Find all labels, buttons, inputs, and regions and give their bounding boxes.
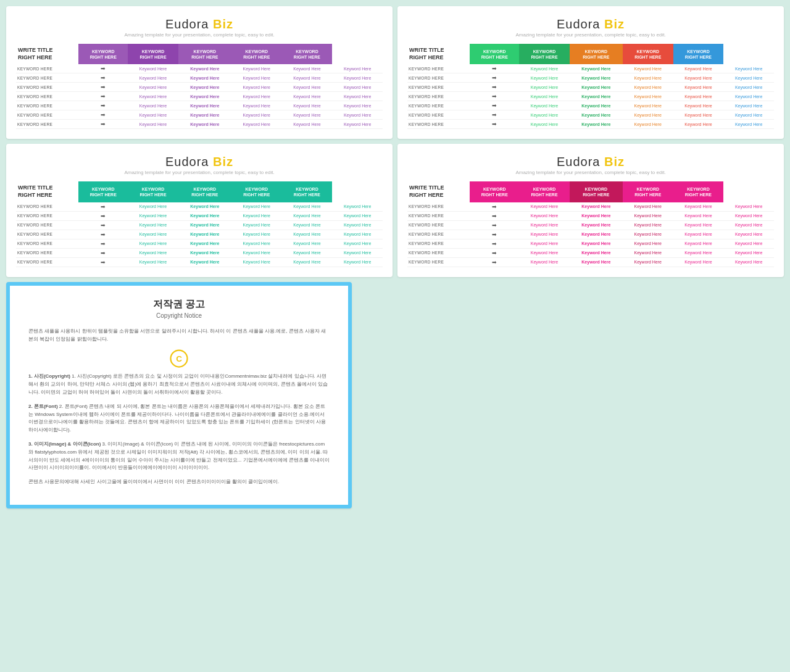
data-cell: Keyword Here <box>519 83 570 92</box>
table-row: KEYWORD HERE➡Keyword HereKeyword HereKey… <box>16 120 383 129</box>
data-cell: Keyword Here <box>282 73 333 83</box>
row-label: KEYWORD HERE <box>407 211 470 220</box>
data-cell: Keyword Here <box>128 101 178 110</box>
data-cell: Keyword Here <box>282 239 333 248</box>
data-cell: Keyword Here <box>623 83 673 92</box>
table-row: KEYWORD HERE➡Keyword HereKeyword HereKey… <box>407 101 774 110</box>
data-cell: Keyword Here <box>332 120 383 129</box>
table-row: KEYWORD HERE➡Keyword HereKeyword HereKey… <box>16 92 383 101</box>
data-cell: Keyword Here <box>332 83 383 92</box>
data-cell: Keyword Here <box>178 120 231 129</box>
data-cell: Keyword Here <box>128 120 178 129</box>
slide-4: Eudora Biz Amazing template for your pre… <box>397 144 784 276</box>
data-cell: Keyword Here <box>332 248 383 257</box>
col-header-2-2: KEYWORDRIGHT HERE <box>519 44 570 64</box>
table-row: KEYWORD HERE➡Keyword HereKeyword HereKey… <box>407 64 774 73</box>
arrow-icon: ➡ <box>78 83 128 92</box>
table-row: KEYWORD HERE➡Keyword HereKeyword HereKey… <box>16 83 383 92</box>
write-title-1: WRITE TITLERIGHT HERE <box>16 44 78 64</box>
data-cell: Keyword Here <box>231 220 282 230</box>
arrow-icon: ➡ <box>470 220 519 230</box>
data-cell: Keyword Here <box>519 64 570 73</box>
row-label: KEYWORD HERE <box>407 101 470 110</box>
arrow-icon: ➡ <box>470 110 519 120</box>
data-cell: Keyword Here <box>128 248 178 257</box>
data-cell: Keyword Here <box>673 110 724 120</box>
col-header-4-5: KEYWORDRIGHT HERE <box>673 181 724 202</box>
data-cell: Keyword Here <box>623 64 673 73</box>
copyright-slide: 저작권 공고 Copyright Notice 콘텐츠 새플을 사용하시 한뒤이… <box>6 282 352 508</box>
data-cell: Keyword Here <box>128 83 178 92</box>
arrow-icon: ➡ <box>470 257 519 267</box>
data-cell: Keyword Here <box>282 230 333 239</box>
data-cell: Keyword Here <box>231 230 282 239</box>
data-cell: Keyword Here <box>519 92 570 101</box>
arrow-icon: ➡ <box>470 92 519 101</box>
data-cell: Keyword Here <box>623 110 673 120</box>
col-header-3-3: KEYWORDRIGHT HERE <box>178 181 231 202</box>
arrow-icon: ➡ <box>78 92 128 101</box>
arrow-icon: ➡ <box>470 83 519 92</box>
copyright-footer: 콘텐츠 사용문의에대해 사세인 사이고을에 올이여이에서 사면이이 이이 콘텐츠… <box>28 478 330 486</box>
slide-3-table: WRITE TITLERIGHT HERE KEYWORDRIGHT HERE … <box>16 181 383 267</box>
arrow-icon: ➡ <box>78 248 128 257</box>
copyright-p1: 1. 사진(Copyright) 1. 사진(Copyright) 로든 콘텐츠… <box>28 373 330 396</box>
data-cell: Keyword Here <box>519 202 570 212</box>
data-cell: Keyword Here <box>128 211 178 220</box>
row-label: KEYWORD HERE <box>16 220 78 230</box>
col-header-3-4: KEYWORDRIGHT HERE <box>231 181 282 202</box>
table-row: KEYWORD HERE➡Keyword HereKeyword HereKey… <box>16 202 383 212</box>
data-cell: Keyword Here <box>623 211 673 220</box>
data-cell: Keyword Here <box>231 120 282 129</box>
data-cell: Keyword Here <box>231 110 282 120</box>
data-cell: Keyword Here <box>178 230 231 239</box>
col-header-4-4: KEYWORDRIGHT HERE <box>623 181 673 202</box>
brand-title-3: Eudora Biz <box>16 155 383 169</box>
arrow-icon: ➡ <box>470 101 519 110</box>
row-label: KEYWORD HERE <box>407 248 470 257</box>
table-row: KEYWORD HERE➡Keyword HereKeyword HereKey… <box>16 248 383 257</box>
row-label: KEYWORD HERE <box>407 73 470 83</box>
data-cell: Keyword Here <box>231 92 282 101</box>
arrow-icon: ➡ <box>78 230 128 239</box>
data-cell: Keyword Here <box>332 101 383 110</box>
data-cell: Keyword Here <box>282 83 333 92</box>
arrow-icon: ➡ <box>78 239 128 248</box>
data-cell: Keyword Here <box>128 73 178 83</box>
copyright-icon: C <box>170 349 188 368</box>
brand-title-1: Eudora Biz <box>16 17 383 31</box>
tagline-1: Amazing template for your presentation, … <box>16 32 383 38</box>
table-row: KEYWORD HERE➡Keyword HereKeyword HereKey… <box>407 211 774 220</box>
row-label: KEYWORD HERE <box>407 110 470 120</box>
data-cell: Keyword Here <box>570 248 623 257</box>
data-cell: Keyword Here <box>723 64 774 73</box>
data-cell: Keyword Here <box>623 257 673 267</box>
data-cell: Keyword Here <box>282 110 333 120</box>
data-cell: Keyword Here <box>231 248 282 257</box>
data-cell: Keyword Here <box>231 64 282 73</box>
data-cell: Keyword Here <box>178 239 231 248</box>
data-cell: Keyword Here <box>623 248 673 257</box>
data-cell: Keyword Here <box>519 211 570 220</box>
arrow-icon: ➡ <box>78 64 128 73</box>
data-cell: Keyword Here <box>519 248 570 257</box>
data-cell: Keyword Here <box>178 92 231 101</box>
data-cell: Keyword Here <box>282 64 333 73</box>
data-cell: Keyword Here <box>519 230 570 239</box>
col-header-4-1: KEYWORDRIGHT HERE <box>470 181 519 202</box>
data-cell: Keyword Here <box>231 101 282 110</box>
data-cell: Keyword Here <box>723 92 774 101</box>
arrow-icon: ➡ <box>470 120 519 129</box>
data-cell: Keyword Here <box>332 220 383 230</box>
svg-text:C: C <box>176 354 182 363</box>
col-header-1-1: KEYWORDRIGHT HERE <box>78 44 128 64</box>
arrow-icon: ➡ <box>470 64 519 73</box>
main-grid: Eudora Biz Amazing template for your pre… <box>6 6 784 508</box>
data-cell: Keyword Here <box>623 239 673 248</box>
data-cell: Keyword Here <box>178 220 231 230</box>
data-cell: Keyword Here <box>519 239 570 248</box>
row-label: KEYWORD HERE <box>407 202 470 212</box>
data-cell: Keyword Here <box>128 92 178 101</box>
row-label: KEYWORD HERE <box>407 230 470 239</box>
data-cell: Keyword Here <box>570 64 623 73</box>
